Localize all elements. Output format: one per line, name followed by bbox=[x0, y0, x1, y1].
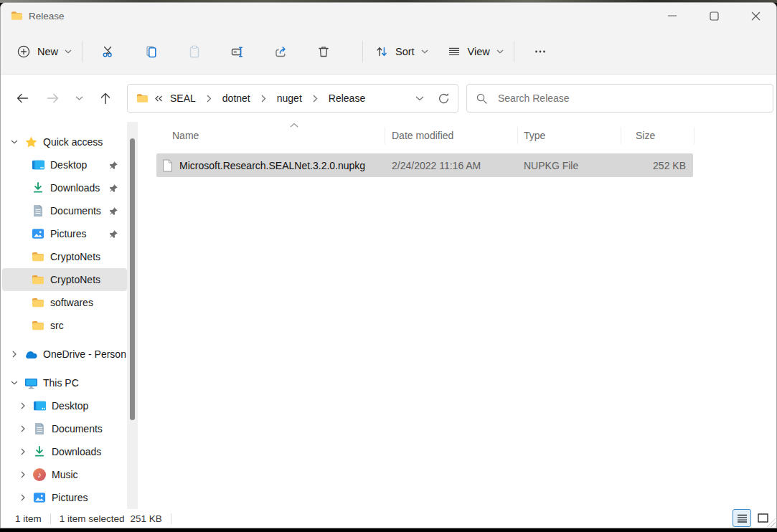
sidebar-item-this-pc[interactable]: This PC bbox=[2, 371, 127, 394]
chevron-right-icon[interactable] bbox=[18, 471, 27, 478]
sidebar-item-downloads[interactable]: Downloads bbox=[2, 176, 127, 199]
chevron-right-icon[interactable] bbox=[203, 95, 215, 103]
file-row-selected[interactable]: Microsoft.Research.SEALNet.3.2.0.nupkg 2… bbox=[156, 153, 693, 177]
up-button[interactable] bbox=[94, 87, 117, 110]
search-box[interactable] bbox=[466, 84, 773, 113]
details-view-icon bbox=[737, 514, 748, 523]
address-bar[interactable]: SEAL dotnet nuget Release bbox=[127, 84, 458, 113]
sidebar-item-label: Downloads bbox=[52, 446, 101, 457]
sidebar-item-label: softwares bbox=[50, 297, 93, 308]
sidebar-item-pc-downloads[interactable]: Downloads bbox=[2, 440, 127, 463]
chevron-down-icon[interactable] bbox=[9, 140, 19, 144]
cut-button[interactable] bbox=[94, 37, 123, 66]
pin-icon bbox=[109, 229, 118, 239]
maximize-button[interactable] bbox=[693, 3, 735, 29]
breadcrumb-item[interactable]: Release bbox=[327, 92, 367, 104]
details-view-button[interactable] bbox=[733, 509, 751, 527]
sidebar-scrollbar[interactable] bbox=[127, 122, 138, 509]
chevron-right-icon[interactable] bbox=[309, 95, 321, 103]
file-explorer-window: Release New bbox=[0, 2, 777, 528]
chevron-down-icon bbox=[65, 49, 72, 54]
minimize-button[interactable] bbox=[651, 3, 693, 29]
sort-button[interactable]: Sort bbox=[375, 44, 428, 59]
view-button[interactable]: View bbox=[447, 44, 504, 59]
sidebar-item-pc-documents[interactable]: Documents bbox=[2, 417, 127, 440]
sidebar-item-label: Pictures bbox=[50, 228, 87, 239]
large-icons-view-icon bbox=[758, 513, 768, 523]
document-icon bbox=[31, 204, 45, 217]
chevron-right-icon[interactable] bbox=[258, 95, 270, 103]
sidebar-item-quick-access[interactable]: Quick access bbox=[2, 130, 127, 153]
search-input[interactable] bbox=[498, 92, 764, 104]
folder-icon bbox=[31, 320, 45, 331]
sidebar-item-label: OneDrive - Person bbox=[43, 348, 126, 360]
column-headers: Name Date modified Type Size bbox=[156, 122, 776, 148]
sidebar-item-pc-pictures[interactable]: Pictures bbox=[2, 486, 127, 509]
copy-button[interactable] bbox=[137, 37, 166, 66]
forward-button[interactable] bbox=[41, 87, 64, 110]
status-bar: 1 item 1 item selected 251 KB bbox=[1, 509, 776, 528]
recent-locations-button[interactable] bbox=[71, 87, 87, 110]
scrollbar-thumb[interactable] bbox=[130, 138, 135, 420]
chevron-right-icon[interactable] bbox=[18, 402, 27, 409]
chevron-down-icon[interactable] bbox=[9, 381, 19, 385]
desktop-icon bbox=[32, 400, 47, 412]
sidebar-item-pictures[interactable]: Pictures bbox=[2, 222, 127, 245]
chevron-right-icon[interactable] bbox=[9, 351, 19, 358]
sidebar-item-cryptonets[interactable]: CryptoNets bbox=[2, 245, 127, 268]
view-lines-icon bbox=[447, 44, 461, 59]
chevron-right-icon[interactable] bbox=[18, 425, 27, 432]
breadcrumb-overflow-icon[interactable] bbox=[154, 95, 163, 102]
sidebar-item-pc-music[interactable]: ♪ Music bbox=[2, 463, 127, 486]
file-type: NUPKG File bbox=[518, 160, 621, 171]
sidebar-item-label: Desktop bbox=[50, 159, 87, 171]
breadcrumb-item[interactable]: SEAL bbox=[169, 92, 197, 104]
back-button[interactable] bbox=[11, 87, 34, 110]
pin-icon bbox=[109, 206, 118, 216]
sidebar-item-onedrive[interactable]: OneDrive - Person bbox=[2, 343, 127, 366]
sidebar-item-label: This PC bbox=[43, 377, 79, 389]
sidebar-item-desktop[interactable]: Desktop bbox=[2, 153, 127, 176]
toolbar-divider bbox=[82, 41, 83, 62]
pin-icon bbox=[109, 184, 118, 193]
item-count: 1 item bbox=[15, 513, 42, 524]
column-header-type[interactable]: Type bbox=[518, 127, 621, 144]
selection-count: 1 item selected bbox=[60, 513, 125, 524]
sidebar-item-label: Documents bbox=[50, 205, 101, 217]
close-button[interactable] bbox=[735, 3, 776, 29]
new-button[interactable]: New bbox=[17, 44, 72, 59]
column-header-date-modified[interactable]: Date modified bbox=[385, 127, 518, 144]
sidebar-item-pc-desktop[interactable]: Desktop bbox=[2, 394, 127, 417]
share-button[interactable] bbox=[266, 37, 295, 66]
breadcrumb-item[interactable]: dotnet bbox=[221, 92, 252, 104]
rename-icon bbox=[230, 44, 245, 59]
sidebar-item-src[interactable]: src bbox=[2, 314, 127, 337]
address-dropdown-icon[interactable] bbox=[415, 96, 424, 101]
picture-icon bbox=[31, 228, 45, 239]
file-size: 252 KB bbox=[621, 160, 693, 171]
chevron-right-icon[interactable] bbox=[18, 448, 27, 455]
column-header-size[interactable]: Size bbox=[621, 127, 694, 144]
file-date-modified: 2/24/2022 11:16 AM bbox=[385, 160, 518, 171]
paste-button[interactable] bbox=[180, 37, 209, 66]
sort-button-label: Sort bbox=[395, 46, 415, 57]
sidebar-item-softwares[interactable]: softwares bbox=[2, 291, 127, 314]
rename-button[interactable] bbox=[223, 37, 252, 66]
more-options-button[interactable] bbox=[526, 37, 555, 66]
address-row: SEAL dotnet nuget Release bbox=[1, 75, 776, 122]
sidebar-item-documents[interactable]: Documents bbox=[2, 199, 127, 222]
delete-button[interactable] bbox=[309, 37, 338, 66]
sort-ascending-caret-icon bbox=[290, 123, 298, 128]
scissors-icon bbox=[101, 44, 116, 59]
sidebar-item-label: Desktop bbox=[52, 400, 88, 412]
chevron-down-icon bbox=[496, 49, 504, 54]
breadcrumb-item[interactable]: nuget bbox=[276, 92, 303, 104]
file-list-pane: Name Date modified Type Size Microsoft.R… bbox=[138, 122, 776, 509]
desktop-icon bbox=[31, 159, 45, 171]
folder-icon bbox=[11, 11, 23, 21]
chevron-right-icon[interactable] bbox=[18, 494, 27, 501]
column-header-name[interactable]: Name bbox=[156, 127, 385, 144]
clipboard-icon bbox=[187, 44, 202, 59]
sidebar-item-cryptonets-selected[interactable]: CryptoNets bbox=[2, 268, 127, 291]
refresh-icon[interactable] bbox=[437, 92, 451, 105]
